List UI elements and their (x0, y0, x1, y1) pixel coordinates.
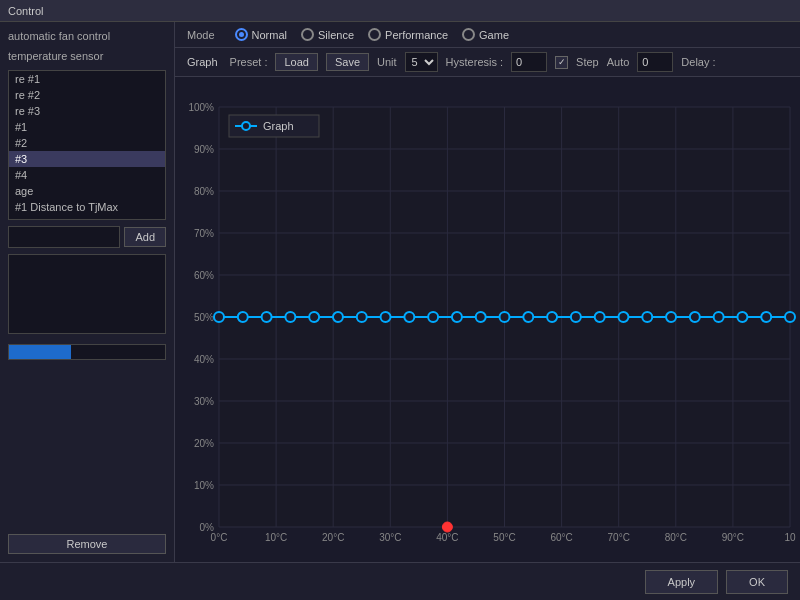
radio-label-game: Game (479, 29, 509, 41)
add-button[interactable]: Add (124, 227, 166, 247)
step-checkbox[interactable]: ✓ (555, 56, 568, 69)
svg-point-54 (404, 312, 414, 322)
list-item[interactable]: #1 (9, 119, 165, 135)
svg-point-69 (761, 312, 771, 322)
svg-point-58 (500, 312, 510, 322)
add-input[interactable] (8, 226, 120, 248)
svg-text:10°C: 10°C (265, 532, 287, 543)
list-item[interactable]: #2 Distance to TjMax (9, 215, 165, 220)
svg-text:80%: 80% (194, 186, 214, 197)
auto-label: Auto (607, 56, 630, 68)
sensor-list[interactable]: re #1re #2re #3#1#2#3#4age#1 Distance to… (8, 70, 166, 220)
title-text: Control (8, 5, 43, 17)
svg-text:Graph: Graph (263, 120, 294, 132)
svg-text:20°C: 20°C (322, 532, 344, 543)
bottom-bar: Apply OK (0, 562, 800, 600)
svg-text:20%: 20% (194, 438, 214, 449)
preset-label: Preset : (230, 56, 268, 68)
save-button[interactable]: Save (326, 53, 369, 71)
svg-text:90°C: 90°C (722, 532, 744, 543)
svg-point-51 (333, 312, 343, 322)
svg-point-46 (214, 312, 224, 322)
svg-text:60%: 60% (194, 270, 214, 281)
main-content: automatic fan control temperature sensor… (0, 22, 800, 562)
delay-label: Delay : (681, 56, 715, 68)
progress-bar-container (8, 344, 166, 360)
list-item[interactable]: re #2 (9, 87, 165, 103)
unit-select[interactable]: 5 1 2 (405, 52, 438, 72)
list-item[interactable]: re #3 (9, 103, 165, 119)
svg-point-61 (571, 312, 581, 322)
svg-point-64 (642, 312, 652, 322)
graph-toolbar: Graph Preset : Load Save Unit 5 1 2 Hyst… (175, 48, 800, 77)
svg-point-47 (238, 312, 248, 322)
svg-text:100%: 100% (188, 102, 214, 113)
load-button[interactable]: Load (275, 53, 317, 71)
list-item[interactable]: re #1 (9, 71, 165, 87)
svg-point-49 (285, 312, 295, 322)
progress-bar-fill (9, 345, 71, 359)
svg-text:30%: 30% (194, 396, 214, 407)
svg-point-59 (523, 312, 533, 322)
svg-text:40%: 40% (194, 354, 214, 365)
right-panel: Mode NormalSilencePerformanceGame Graph … (175, 22, 800, 562)
mode-bar: Mode NormalSilencePerformanceGame (175, 22, 800, 48)
sensor-label: temperature sensor (8, 50, 166, 62)
list-item[interactable]: #3 (9, 151, 165, 167)
list-item[interactable]: #4 (9, 167, 165, 183)
apply-button[interactable]: Apply (645, 570, 719, 594)
svg-point-52 (357, 312, 367, 322)
radio-item-performance[interactable]: Performance (368, 28, 448, 41)
add-row: Add (8, 226, 166, 248)
list-item[interactable]: age (9, 183, 165, 199)
mode-label: Mode (187, 29, 215, 41)
svg-point-74 (242, 122, 250, 130)
radio-item-silence[interactable]: Silence (301, 28, 354, 41)
graph-area[interactable]: 100%90%80%70%60%50%40%30%20%10%0%0°C10°C… (175, 77, 800, 562)
svg-point-60 (547, 312, 557, 322)
hysteresis-label: Hysteresis : (446, 56, 503, 68)
radio-item-game[interactable]: Game (462, 28, 509, 41)
step-label: Step (576, 56, 599, 68)
radio-label-silence: Silence (318, 29, 354, 41)
svg-text:70°C: 70°C (608, 532, 630, 543)
svg-point-50 (309, 312, 319, 322)
svg-point-71 (442, 522, 452, 532)
ok-button[interactable]: OK (726, 570, 788, 594)
hysteresis-input[interactable] (511, 52, 547, 72)
svg-text:30°C: 30°C (379, 532, 401, 543)
list-item[interactable]: #1 Distance to TjMax (9, 199, 165, 215)
graph-toolbar-label: Graph (187, 56, 218, 68)
svg-text:90%: 90% (194, 144, 214, 155)
svg-point-57 (476, 312, 486, 322)
auto-input[interactable] (637, 52, 673, 72)
radio-circle-silence (301, 28, 314, 41)
secondary-list[interactable] (8, 254, 166, 334)
svg-text:40°C: 40°C (436, 532, 458, 543)
radio-label-normal: Normal (252, 29, 287, 41)
svg-text:10%: 10% (194, 480, 214, 491)
radio-circle-normal (235, 28, 248, 41)
svg-text:50%: 50% (194, 312, 214, 323)
unit-label: Unit (377, 56, 397, 68)
svg-point-70 (785, 312, 795, 322)
svg-point-66 (690, 312, 700, 322)
svg-text:0°C: 0°C (211, 532, 228, 543)
radio-circle-performance (368, 28, 381, 41)
svg-point-67 (714, 312, 724, 322)
svg-text:60°C: 60°C (550, 532, 572, 543)
list-item[interactable]: #2 (9, 135, 165, 151)
radio-item-normal[interactable]: Normal (235, 28, 287, 41)
svg-point-56 (452, 312, 462, 322)
svg-text:70%: 70% (194, 228, 214, 239)
svg-text:80°C: 80°C (665, 532, 687, 543)
svg-point-65 (666, 312, 676, 322)
radio-group: NormalSilencePerformanceGame (235, 28, 509, 41)
svg-point-62 (595, 312, 605, 322)
auto-fan-label: automatic fan control (8, 30, 166, 42)
svg-point-53 (381, 312, 391, 322)
left-panel: automatic fan control temperature sensor… (0, 22, 175, 562)
title-bar: Control (0, 0, 800, 22)
svg-point-55 (428, 312, 438, 322)
remove-button[interactable]: Remove (8, 534, 166, 554)
